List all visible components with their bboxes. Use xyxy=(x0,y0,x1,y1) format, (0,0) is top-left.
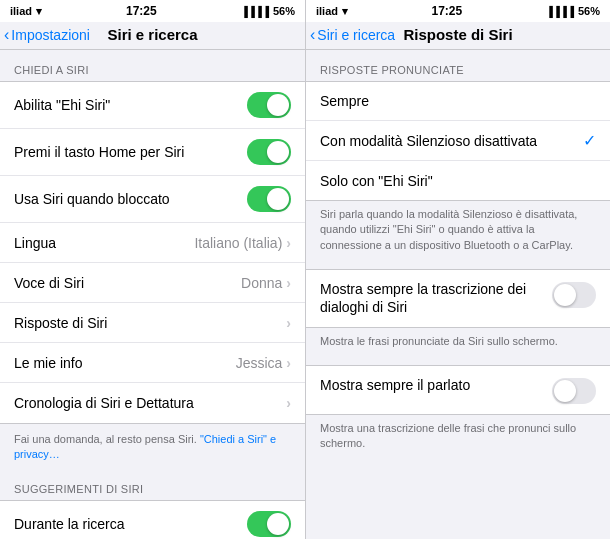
row-locked-siri[interactable]: Usa Siri quando bloccato xyxy=(0,176,305,223)
footer-ask-siri: Fai una domanda, al resto pensa Siri. "C… xyxy=(0,424,305,469)
status-bar-right-left: iliad ▾ xyxy=(316,5,348,18)
nav-bar-left: ‹ Impostazioni Siri e ricerca xyxy=(0,22,305,50)
description-spoken: Siri parla quando la modalità Silenzioso… xyxy=(306,201,610,261)
settings-group-ask-siri: Abilita "Ehi Siri" Premi il tasto Home p… xyxy=(0,81,305,424)
row-home-button[interactable]: Premi il tasto Home per Siri xyxy=(0,129,305,176)
row-hey-siri-only[interactable]: Solo con "Ehi Siri" xyxy=(306,161,610,201)
row-label-siri-voice: Voce di Siri xyxy=(14,275,241,291)
left-content: CHIEDI A SIRI Abilita "Ehi Siri" Premi i… xyxy=(0,50,305,539)
toggle-transcription[interactable] xyxy=(552,282,596,308)
chevron-right-icon-responses: › xyxy=(286,315,291,331)
carrier-left: iliad xyxy=(10,5,32,17)
chevron-left-icon: ‹ xyxy=(4,26,9,44)
status-bar-left: iliad ▾ 17:25 ▐▐▐▐ 56% xyxy=(0,0,305,22)
page-title-right: Risposte di Siri xyxy=(403,26,512,43)
toggle-hey-siri[interactable] xyxy=(247,92,291,118)
footer-text-left: Fai una domanda, al resto pensa Siri. xyxy=(14,433,200,445)
wifi-icon: ▾ xyxy=(36,5,42,18)
time-left: 17:25 xyxy=(126,4,157,18)
row-label-during-search: Durante la ricerca xyxy=(14,516,247,532)
chevron-right-icon-info: › xyxy=(286,355,291,371)
back-label-left[interactable]: Impostazioni xyxy=(11,27,90,43)
left-screen: iliad ▾ 17:25 ▐▐▐▐ 56% ‹ Impostazioni Si… xyxy=(0,0,305,539)
status-bar-right-right: ▐▐▐▐ 56% xyxy=(546,5,600,17)
row-language[interactable]: Lingua Italiano (Italia) › xyxy=(0,223,305,263)
toggle-locked-siri[interactable] xyxy=(247,186,291,212)
row-during-search[interactable]: Durante la ricerca xyxy=(0,501,305,539)
chevron-right-icon-language: › xyxy=(286,235,291,251)
toggle-home-button[interactable] xyxy=(247,139,291,165)
settings-group-suggestions: Durante la ricerca Nel blocco schermo Su… xyxy=(0,500,305,539)
row-my-info[interactable]: Le mie info Jessica › xyxy=(0,343,305,383)
signal-icon-left: ▐▐▐▐ xyxy=(241,6,269,17)
right-content: RISPOSTE PRONUNCIATE Sempre Con modalità… xyxy=(306,50,610,539)
status-bar-right: iliad ▾ 17:25 ▐▐▐▐ 56% xyxy=(306,0,610,22)
description-spoken-text: Mostra una trascrizione delle frasi che … xyxy=(306,415,610,460)
row-value-language: Italiano (Italia) xyxy=(194,235,282,251)
row-label-history: Cronologia di Siri e Dettatura xyxy=(14,395,286,411)
row-label-siri-responses: Risposte di Siri xyxy=(14,315,286,331)
battery-right: 56% xyxy=(578,5,600,17)
row-value-my-info: Jessica xyxy=(236,355,283,371)
battery-left: 56% xyxy=(273,5,295,17)
row-siri-responses[interactable]: Risposte di Siri › xyxy=(0,303,305,343)
chevron-right-icon-history: › xyxy=(286,395,291,411)
row-history[interactable]: Cronologia di Siri e Dettatura › xyxy=(0,383,305,423)
description-transcription: Mostra le frasi pronunciate da Siri sull… xyxy=(306,328,610,357)
signal-icon-right: ▐▐▐▐ xyxy=(546,6,574,17)
back-button-left[interactable]: ‹ Impostazioni xyxy=(4,26,90,44)
transcription-row[interactable]: Mostra sempre la trascrizione dei dialog… xyxy=(306,269,610,327)
nav-bar-right: ‹ Siri e ricerca Risposte di Siri xyxy=(306,22,610,50)
checkmark-icon: ✓ xyxy=(583,131,596,150)
row-label-always: Sempre xyxy=(320,93,596,109)
spoken-group: Sempre Con modalità Silenzioso disattiva… xyxy=(306,81,610,201)
row-label-transcription: Mostra sempre la trascrizione dei dialog… xyxy=(320,280,544,316)
page-title-left: Siri e ricerca xyxy=(107,26,197,43)
section-header-suggestions: SUGGERIMENTI DI SIRI xyxy=(0,469,305,500)
row-label-hey-siri: Abilita "Ehi Siri" xyxy=(14,97,247,113)
spoken-text-row[interactable]: Mostra sempre il parlato xyxy=(306,365,610,415)
row-label-my-info: Le mie info xyxy=(14,355,236,371)
status-bar-left-left: iliad ▾ xyxy=(10,5,42,18)
right-screen: iliad ▾ 17:25 ▐▐▐▐ 56% ‹ Siri e ricerca … xyxy=(305,0,610,539)
row-label-language: Lingua xyxy=(14,235,194,251)
status-bar-left-right: ▐▐▐▐ 56% xyxy=(241,5,295,17)
carrier-right: iliad xyxy=(316,5,338,17)
row-label-locked-siri: Usa Siri quando bloccato xyxy=(14,191,247,207)
chevron-left-icon-right: ‹ xyxy=(310,26,315,44)
section-header-ask-siri: CHIEDI A SIRI xyxy=(0,50,305,81)
row-label-home-button: Premi il tasto Home per Siri xyxy=(14,144,247,160)
wifi-icon-right: ▾ xyxy=(342,5,348,18)
row-label-silent-off: Con modalità Silenzioso disattivata xyxy=(320,133,583,149)
row-value-siri-voice: Donna xyxy=(241,275,282,291)
row-siri-voice[interactable]: Voce di Siri Donna › xyxy=(0,263,305,303)
row-hey-siri[interactable]: Abilita "Ehi Siri" xyxy=(0,82,305,129)
time-right: 17:25 xyxy=(431,4,462,18)
toggle-during-search[interactable] xyxy=(247,511,291,537)
chevron-right-icon-voice: › xyxy=(286,275,291,291)
back-button-right[interactable]: ‹ Siri e ricerca xyxy=(310,26,395,44)
row-always[interactable]: Sempre xyxy=(306,81,610,121)
section-header-spoken: RISPOSTE PRONUNCIATE xyxy=(306,50,610,81)
toggle-spoken-text[interactable] xyxy=(552,378,596,404)
row-label-spoken-text: Mostra sempre il parlato xyxy=(320,376,544,394)
row-silent-off[interactable]: Con modalità Silenzioso disattivata ✓ xyxy=(306,121,610,161)
row-label-hey-siri-only: Solo con "Ehi Siri" xyxy=(320,173,596,189)
back-label-right[interactable]: Siri e ricerca xyxy=(317,27,395,43)
